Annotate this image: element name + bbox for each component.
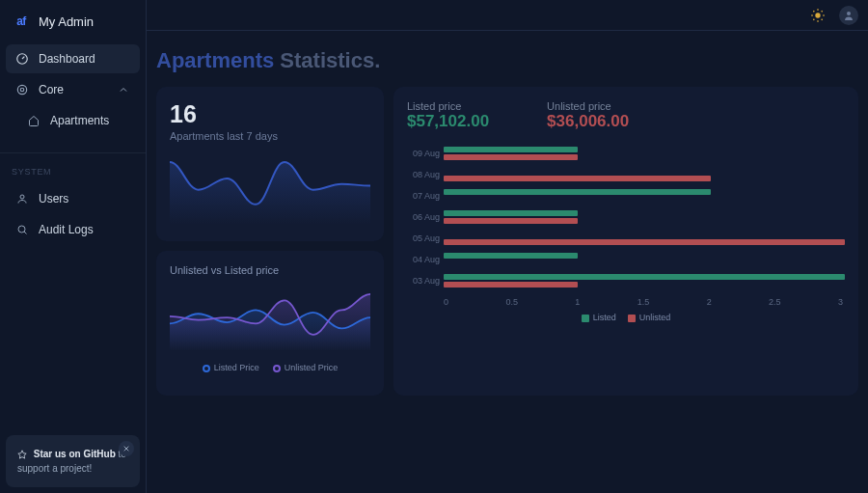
hbar-axis: 00.511.522.53 — [407, 297, 845, 307]
legend-listed: Listed — [582, 313, 616, 322]
axis-tick: 0.5 — [505, 297, 518, 307]
vs-price-chart — [170, 284, 370, 359]
dot-icon — [273, 365, 281, 372]
user-icon — [843, 10, 854, 21]
hbar-unlisted — [444, 154, 578, 160]
svg-point-4 — [18, 226, 25, 233]
hbar-label: 04 Aug — [407, 255, 440, 264]
nav-main: Dashboard Core Apartments — [0, 44, 146, 135]
hbar-label: 08 Aug — [407, 170, 440, 179]
user-icon — [15, 192, 29, 205]
chevron-up-icon — [117, 83, 130, 96]
axis-tick: 0 — [444, 297, 448, 307]
logo-icon: af — [12, 12, 31, 31]
axis-tick: 1 — [575, 297, 580, 307]
kpi-value: 16 — [170, 100, 370, 128]
unlisted-price-value: $36,006.00 — [547, 112, 629, 131]
hbar-label: 05 Aug — [407, 233, 440, 243]
listed-price-label: Listed price — [407, 100, 489, 112]
legend-unlisted-price: Unlisted Price — [273, 363, 339, 372]
dot-icon — [203, 365, 210, 372]
svg-point-6 — [847, 12, 851, 15]
nav-dashboard[interactable]: Dashboard — [6, 44, 140, 73]
kpi-sparkline — [170, 151, 370, 225]
stack-icon — [15, 83, 29, 96]
hbar-legend: Listed Unlisted — [407, 313, 845, 322]
svg-point-2 — [20, 88, 24, 92]
vs-price-legend: Listed Price Unlisted Price — [170, 363, 370, 372]
hbar-listed — [444, 189, 711, 195]
listed-price-value: $57,102.00 — [407, 112, 489, 131]
nav-system: Users Audit Logs — [0, 184, 146, 244]
sun-icon — [810, 8, 826, 23]
hbar-label: 06 Aug — [407, 212, 440, 222]
nav-audit-label: Audit Logs — [39, 223, 94, 236]
nav-audit[interactable]: Audit Logs — [6, 215, 140, 244]
legend-unlisted: Unlisted — [628, 313, 671, 322]
nav-apartments-label: Apartments — [50, 114, 109, 127]
card-hbars: Listed price $57,102.00 Unlisted price $… — [393, 87, 858, 396]
hbar-row: 07 Aug — [444, 185, 845, 206]
topbar — [147, 0, 868, 31]
svg-point-1 — [17, 85, 26, 94]
hbar-unlisted — [444, 176, 711, 181]
axis-tick: 1.5 — [637, 297, 650, 307]
github-promo: Star us on GitHub to support a project! — [6, 435, 140, 487]
hbar-row: 03 Aug — [444, 270, 845, 291]
hbar-listed — [444, 253, 578, 259]
avatar[interactable] — [839, 6, 858, 25]
nav-dashboard-label: Dashboard — [39, 52, 95, 66]
page-title: Apartments Statistics. — [156, 48, 858, 73]
svg-point-5 — [815, 13, 820, 17]
hbar-unlisted — [444, 282, 578, 288]
page-title-accent: Apartments — [156, 48, 274, 72]
card-kpi: 16 Apartments last 7 days — [156, 87, 384, 241]
hbar-unlisted — [444, 218, 578, 224]
github-promo-strong[interactable]: Star us on GitHub — [34, 449, 116, 459]
hbar-row: 05 Aug — [444, 228, 845, 249]
hbar-row: 04 Aug — [444, 249, 845, 270]
nav-apartments[interactable]: Apartments — [6, 106, 140, 135]
card-vs-price: Unlisted vs Listed price Listed Price Un… — [156, 251, 384, 396]
close-icon[interactable] — [119, 441, 134, 456]
nav-core-label: Core — [39, 83, 64, 96]
hbar-unlisted — [444, 239, 845, 245]
sidebar: af My Admin Dashboard Core Apartments SY… — [0, 0, 147, 493]
star-icon — [17, 449, 30, 459]
hbar-label: 09 Aug — [407, 149, 440, 158]
hbar-row: 09 Aug — [444, 143, 845, 164]
page-title-muted: Statistics. — [274, 48, 380, 72]
hbar-label: 03 Aug — [407, 276, 440, 286]
theme-toggle[interactable] — [806, 4, 829, 27]
section-system-label: SYSTEM — [0, 152, 146, 184]
axis-tick: 2 — [707, 297, 712, 307]
brand-title: My Admin — [39, 14, 94, 29]
search-icon — [15, 223, 29, 236]
main: Apartments Statistics. 16 Apartments las… — [147, 31, 868, 493]
swatch-icon — [582, 315, 589, 322]
hbar-listed — [444, 147, 578, 152]
hbar-row: 08 Aug — [444, 164, 845, 185]
hbar-row: 06 Aug — [444, 206, 845, 228]
unlisted-price-label: Unlisted price — [547, 100, 629, 112]
hbar-listed — [444, 210, 578, 216]
kpi-label: Apartments last 7 days — [170, 130, 370, 142]
axis-tick: 2.5 — [769, 297, 781, 307]
nav-users[interactable]: Users — [6, 184, 140, 213]
hbar-chart: 09 Aug 08 Aug 07 Aug 06 Aug 05 Aug 04 Au… — [407, 143, 845, 291]
axis-tick: 3 — [838, 297, 843, 307]
swatch-icon — [628, 315, 636, 322]
legend-listed-price: Listed Price — [203, 363, 259, 372]
hbar-label: 07 Aug — [407, 191, 440, 201]
hbar-listed — [444, 274, 845, 280]
price-summary: Listed price $57,102.00 Unlisted price $… — [407, 100, 845, 131]
nav-users-label: Users — [39, 192, 68, 205]
gauge-icon — [15, 52, 29, 66]
vs-price-title: Unlisted vs Listed price — [170, 264, 370, 276]
brand[interactable]: af My Admin — [0, 0, 146, 44]
home-icon — [27, 114, 41, 127]
svg-point-3 — [20, 195, 24, 199]
nav-core[interactable]: Core — [6, 75, 140, 104]
